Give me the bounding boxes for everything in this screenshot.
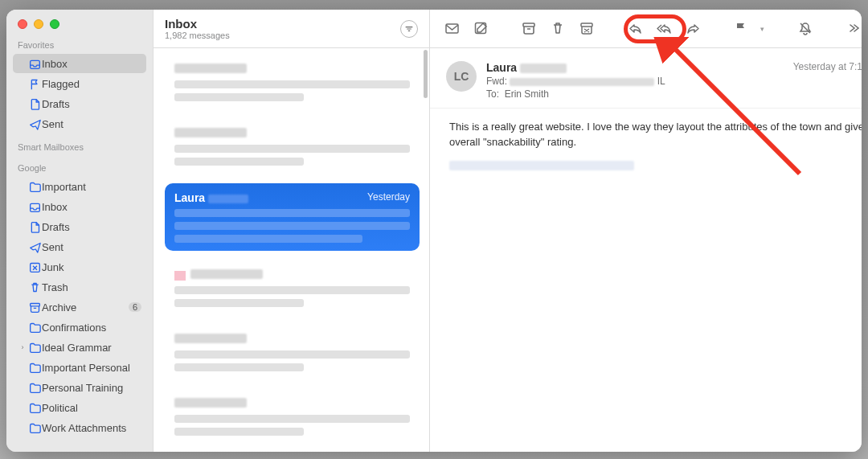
folder-icon xyxy=(27,181,42,193)
message-body: This is a really great website. I love t… xyxy=(430,109,862,186)
sidebar-item-label: Personal Training xyxy=(42,382,141,394)
folder-icon xyxy=(27,402,42,414)
sidebar-item-drafts-g[interactable]: Drafts xyxy=(13,217,146,236)
caret-down-icon: ▾ xyxy=(760,25,764,33)
sidebar-group-label: Favorites xyxy=(6,32,153,53)
sidebar-item-label: Inbox xyxy=(42,201,141,213)
close-window-button[interactable] xyxy=(18,19,27,29)
flag-menu-button[interactable]: ▾ xyxy=(758,17,769,41)
mute-button[interactable] xyxy=(793,17,817,41)
tray-icon xyxy=(27,58,42,70)
folder-icon xyxy=(27,422,42,434)
sidebar-item-junk[interactable]: Junk xyxy=(13,257,146,277)
chevron-icon: › xyxy=(18,343,27,351)
envelope-icon xyxy=(444,21,460,36)
get-mail-button[interactable] xyxy=(440,17,464,41)
folder-icon xyxy=(27,382,42,394)
minimize-window-button[interactable] xyxy=(34,19,43,29)
junk-button[interactable] xyxy=(575,17,599,41)
reply-icon xyxy=(628,21,643,36)
sender-avatar: LC xyxy=(446,61,477,92)
folder-icon xyxy=(27,362,42,374)
chevrons-icon xyxy=(846,21,862,36)
sidebar-item-archive[interactable]: Archive6 xyxy=(13,297,146,317)
reply-all-button[interactable] xyxy=(652,17,676,41)
message-text: This is a really great website. I love t… xyxy=(449,120,862,150)
compose-button[interactable] xyxy=(469,17,493,41)
sidebar-item-inbox[interactable]: Inbox xyxy=(13,54,146,73)
subject-suffix: IL xyxy=(657,76,665,87)
message-row[interactable] xyxy=(165,55,420,109)
sidebar-item-sent-g[interactable]: Sent xyxy=(13,237,146,256)
sidebar-item-work-attachments[interactable]: Work Attachments xyxy=(13,418,146,437)
message-list[interactable]: YesterdayLaura xyxy=(154,48,429,452)
mailbox-title: Inbox xyxy=(165,17,392,31)
message-row-from xyxy=(174,268,410,281)
forward-icon xyxy=(686,21,701,36)
scrollbar-thumb[interactable] xyxy=(424,50,428,98)
message-row[interactable] xyxy=(165,389,420,444)
message-row[interactable] xyxy=(165,260,420,315)
sidebar-item-personal-training[interactable]: Personal Training xyxy=(13,378,146,397)
sidebar-item-label: Trash xyxy=(42,281,141,293)
sender-name-row: Laura xyxy=(486,61,784,74)
message-list-header: Inbox 1,982 messages xyxy=(154,10,429,48)
subject-redacted xyxy=(510,78,654,86)
sidebar-item-label: Sent xyxy=(42,241,141,253)
recipients-row: To: Erin Smith xyxy=(486,88,784,100)
folder-icon xyxy=(27,322,42,334)
sidebar-item-drafts[interactable]: Drafts xyxy=(13,94,146,113)
more-button[interactable] xyxy=(841,17,862,41)
sidebar-item-important-personal[interactable]: Important Personal xyxy=(13,358,146,377)
sender-surname-redacted xyxy=(520,64,567,73)
reply-button[interactable] xyxy=(623,17,647,41)
sidebar-item-sent[interactable]: Sent xyxy=(13,114,146,133)
message-row[interactable] xyxy=(165,119,420,174)
bell-slash-icon xyxy=(798,21,813,36)
sidebar-item-label: Confirmations xyxy=(42,322,141,334)
message-row-from xyxy=(174,397,410,410)
mailbox-subtitle: 1,982 messages xyxy=(165,31,392,40)
sidebar-badge: 6 xyxy=(129,302,141,312)
sidebar-item-ideal-grammar[interactable]: ›Ideal Grammar xyxy=(13,338,146,357)
message-row[interactable]: YesterdayLaura xyxy=(165,183,420,251)
mailboxes-sidebar: FavoritesInboxFlaggedDraftsSentSmart Mai… xyxy=(6,10,153,452)
delete-button[interactable] xyxy=(546,17,570,41)
trash-icon xyxy=(551,21,566,36)
message-date: Yesterday at 7:19 PM xyxy=(793,61,862,100)
sidebar-item-confirmations[interactable]: Confirmations xyxy=(13,318,146,337)
filter-button[interactable] xyxy=(400,20,418,38)
message-row[interactable] xyxy=(165,325,420,379)
message-link-redacted xyxy=(449,161,634,170)
sidebar-item-political[interactable]: Political xyxy=(13,398,146,417)
sidebar-item-trash[interactable]: Trash xyxy=(13,277,146,297)
tray-icon xyxy=(27,201,42,213)
message-row-from xyxy=(174,63,410,76)
zoom-window-button[interactable] xyxy=(50,19,59,29)
reply-all-icon xyxy=(657,21,672,36)
sidebar-item-label: Sent xyxy=(42,118,141,130)
paperplane-icon xyxy=(27,118,42,130)
mail-window: FavoritesInboxFlaggedDraftsSentSmart Mai… xyxy=(6,10,862,452)
sidebar-item-flagged[interactable]: Flagged xyxy=(13,74,146,93)
archive-button[interactable] xyxy=(517,17,541,41)
message-row-from xyxy=(174,127,410,140)
sidebar-item-important[interactable]: Important xyxy=(13,177,146,196)
forward-button[interactable] xyxy=(681,17,705,41)
sidebar-item-label: Political xyxy=(42,402,141,414)
paperplane-icon xyxy=(27,241,42,253)
flag-button[interactable] xyxy=(729,17,753,41)
sidebar-item-label: Ideal Grammar xyxy=(42,342,141,354)
archive-icon xyxy=(27,301,42,314)
message-toolbar: ▾ xyxy=(430,10,862,48)
doc-icon xyxy=(27,221,42,233)
folder-icon xyxy=(27,342,42,354)
sidebar-group-label: Smart Mailboxes xyxy=(6,134,153,155)
sidebar-item-label: Flagged xyxy=(42,78,141,90)
sidebar-item-label: Drafts xyxy=(42,221,141,233)
sidebar-item-inbox-g[interactable]: Inbox xyxy=(13,197,146,216)
sidebar-item-label: Drafts xyxy=(42,98,141,110)
trash-icon xyxy=(27,281,42,293)
sidebar-item-label: Important Personal xyxy=(42,362,141,374)
subject-prefix: Fwd: xyxy=(486,76,507,87)
